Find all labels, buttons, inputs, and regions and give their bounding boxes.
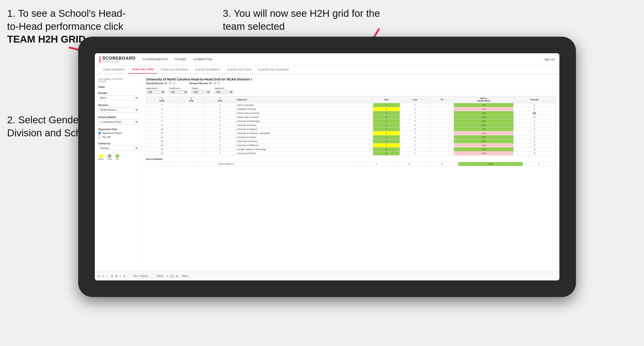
col-diff: Diff AvStrokes/Rnd: [454, 96, 514, 103]
toolbar-divider-1: [128, 274, 128, 278]
tab-team-summary[interactable]: TEAM SUMMARY: [100, 66, 128, 74]
top-nav: SCOREBOARD Powered by clippi TOURNAMENTS…: [95, 53, 560, 66]
table-row: 2 1 Auburn University 2 1 1.67 9: [146, 103, 556, 107]
table-row: 11 6 University of Arkansas, Fayettevill…: [146, 131, 556, 135]
col-win: Win: [373, 96, 400, 103]
watch-button[interactable]: Watch: [155, 274, 165, 278]
legend-up-dot: [116, 154, 119, 158]
conference-select[interactable]: (All): [169, 90, 188, 94]
watch-chevron[interactable]: ▾: [167, 275, 168, 278]
table-row: 8 2 University of Washington 1 0 3.67 3: [146, 119, 556, 123]
color-legend: Down Level Up: [98, 154, 139, 160]
zoom-icon[interactable]: ⊕: [111, 275, 113, 278]
grid-records: Overall Record: 89 - 17 - 0 Division Rec…: [146, 82, 556, 85]
division-select[interactable]: NCAA Division I: [98, 107, 139, 112]
region-filter: Region (All): [192, 87, 210, 94]
legend-down-dot: [99, 154, 103, 158]
plus-icon[interactable]: +: [120, 275, 121, 278]
col-opponent: Opponent: [235, 96, 373, 103]
radio-opponents-played[interactable]: Opponents Played: [98, 132, 139, 135]
filter-row: Opponents: (All) Conference (All) Region: [146, 87, 556, 94]
logo-area: SCOREBOARD Powered by clippi: [100, 56, 136, 63]
sidebar: Last Updated: 27/03/2024 16:55:38 Team G…: [95, 74, 142, 271]
sidebar-colour-by-section: Colour by Win/loss: [98, 142, 139, 151]
tablet-screen: SCOREBOARD Powered by clippi TOURNAMENTS…: [95, 53, 560, 280]
table-row: 15 4 Georgia Institute of Technology 6 0…: [146, 148, 556, 152]
table-row: 3 2 Vanderbilt University 0 4 -2.29 8: [146, 107, 556, 111]
nav-tournaments[interactable]: TOURNAMENTS: [143, 57, 168, 62]
colour-by-select[interactable]: Win/loss: [98, 146, 139, 151]
opponent-select[interactable]: (All): [214, 90, 233, 94]
legend-level-dot: [108, 154, 112, 158]
grid-content: University of North Carolina Head-to-Hea…: [142, 74, 560, 271]
col-rounds: Rounds: [514, 96, 555, 103]
grid-title: University of North Carolina Head-to-Hea…: [146, 77, 556, 81]
tablet-device: SCOREBOARD Powered by clippi TOURNAMENTS…: [78, 37, 576, 297]
share-grid-icon[interactable]: ⊞: [176, 275, 178, 278]
bottom-toolbar: ↺ ↻ ← ⊕ ⊞ + ◷ View: Original Watch ▾ 💬 ⊞…: [95, 271, 560, 280]
out-of-division-row: NCAA Division II 1 0 0 26.00 3: [146, 162, 556, 166]
nav-committee[interactable]: COMMITTEE: [193, 57, 213, 62]
opponents-select[interactable]: (All): [146, 90, 165, 94]
view-original-button[interactable]: View: Original: [131, 274, 149, 278]
comment-icon[interactable]: 💬: [170, 275, 174, 278]
sidebar-opponent-view-section: Opponent View Opponents Played Top 100: [98, 128, 139, 139]
sidebar-gender-section: Gender Men's: [98, 92, 139, 100]
sub-nav: TEAM SUMMARY TEAM H2H GRID TEAM H2H HEAT…: [95, 66, 560, 74]
tab-team-h2h-heatmap[interactable]: TEAM H2H HEATMAP: [157, 66, 191, 74]
share-button[interactable]: Share: [180, 274, 190, 278]
sidebar-division-section: Division NCAA Division I: [98, 104, 139, 112]
division-record: Division Record: 88 - 17 - 0: [190, 82, 220, 85]
logo-text: SCOREBOARD: [102, 56, 136, 61]
h2h-table: #Rank #Reg #Conf Opponent Win Loss Tie D…: [146, 96, 556, 156]
overall-record: Overall Record: 89 - 17 - 0: [146, 82, 175, 85]
nav-items: TOURNAMENTS TEAMS COMMITTEE: [143, 57, 541, 62]
out-of-division-table: NCAA Division II 1 0 0 26.00 3: [146, 162, 556, 166]
table-row: 6 2 Florida State University 2 1 1.83 12: [146, 115, 556, 119]
sidebar-school-section: School (Rank) 1. University of Nort...: [98, 116, 139, 125]
tab-player-h2h-heatmap[interactable]: PLAYER H2H HEATMAP: [255, 66, 292, 74]
clock-icon[interactable]: ◷: [123, 275, 126, 278]
back-icon[interactable]: ←: [106, 275, 109, 278]
crop-icon[interactable]: ⊞: [115, 275, 118, 278]
out-of-division-label: Out of division: [146, 158, 556, 161]
col-tie: Tie: [430, 96, 454, 103]
tab-team-h2h-grid[interactable]: TEAM H2H GRID: [128, 66, 157, 74]
col-loss: Loss: [400, 96, 430, 103]
table-row: 14 2 University of Oklahoma 1 2 -1.00 9: [146, 143, 556, 148]
opponent-filter: Opponent (All): [214, 87, 233, 94]
logo-bar: [100, 56, 100, 63]
col-reg: #Reg: [178, 96, 205, 103]
toolbar-divider-2: [152, 274, 152, 278]
table-row: 16 3 University of Florida 3 1 -4.42 9: [146, 152, 556, 156]
opponents-filter: Opponents: (All): [146, 87, 165, 94]
opponent-view-radio-group: Opponents Played Top 100: [98, 132, 139, 139]
redo-icon[interactable]: ↻: [102, 275, 104, 278]
table-row: 13 1 Texas Tech University 3 0 5.56 9: [146, 139, 556, 143]
table-row: 9 3 University of Arizona 1 0 9.00 2: [146, 123, 556, 127]
sidebar-team-section: Team: [98, 85, 139, 88]
col-rank: #Rank: [146, 96, 178, 103]
school-select[interactable]: 1. University of Nort...: [98, 120, 139, 125]
main-content: Last Updated: 27/03/2024 16:55:38 Team G…: [95, 74, 560, 271]
gender-select[interactable]: Men's: [98, 95, 139, 100]
table-row: 12 2 University of Virginia 1 0 2.33 3: [146, 135, 556, 139]
col-conf: #Conf: [205, 96, 235, 103]
logo-sub: Powered by clippi: [102, 60, 136, 63]
radio-top100[interactable]: Top 100: [98, 136, 139, 139]
table-row: 4 1 Arizona State University 5 1 2.29 17: [146, 111, 556, 115]
undo-icon[interactable]: ↺: [98, 275, 100, 278]
table-row: 10 5 University of Alabama 3 0 2.61 8: [146, 127, 556, 131]
tab-player-h2h-grid[interactable]: PLAYER H2H GRID: [224, 66, 255, 74]
sign-out[interactable]: Sign out: [541, 58, 555, 61]
nav-teams[interactable]: TEAMS: [175, 57, 186, 62]
last-updated: Last Updated: 27/03/2024 16:55:38: [98, 78, 139, 83]
tab-player-summary[interactable]: PLAYER SUMMARY: [192, 66, 224, 74]
conference-filter: Conference (All): [169, 87, 188, 94]
annotation-3: 3. You will now see H2H grid for the tea…: [223, 7, 389, 33]
region-select[interactable]: (All): [192, 90, 210, 94]
